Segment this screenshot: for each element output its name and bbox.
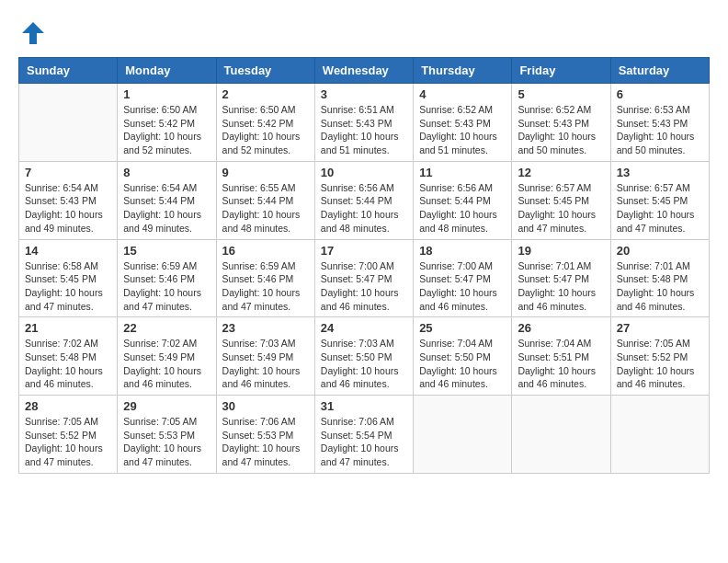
calendar-cell: 27Sunrise: 7:05 AM Sunset: 5:52 PM Dayli… [610,317,709,396]
day-info: Sunrise: 6:56 AM Sunset: 5:44 PM Dayligh… [419,181,506,236]
weekday-header-saturday: Saturday [610,58,709,84]
calendar-cell [610,396,709,474]
day-info: Sunrise: 6:54 AM Sunset: 5:43 PM Dayligh… [25,181,111,236]
day-number: 9 [222,166,309,179]
calendar-cell: 14Sunrise: 6:58 AM Sunset: 5:45 PM Dayli… [19,239,118,317]
calendar-cell: 29Sunrise: 7:05 AM Sunset: 5:53 PM Dayli… [118,396,216,474]
weekday-header-thursday: Thursday [414,58,512,84]
calendar-cell: 26Sunrise: 7:04 AM Sunset: 5:51 PM Dayli… [512,317,610,396]
day-number: 19 [518,244,604,258]
day-number: 15 [123,244,210,258]
calendar-cell: 11Sunrise: 6:56 AM Sunset: 5:44 PM Dayli… [414,161,512,239]
day-number: 28 [25,399,111,413]
day-info: Sunrise: 6:55 AM Sunset: 5:44 PM Dayligh… [222,181,309,236]
day-number: 21 [25,321,111,335]
day-number: 4 [419,87,506,101]
day-info: Sunrise: 7:00 AM Sunset: 5:47 PM Dayligh… [419,259,506,314]
day-info: Sunrise: 7:06 AM Sunset: 5:53 PM Dayligh… [222,415,309,469]
day-info: Sunrise: 7:01 AM Sunset: 5:47 PM Dayligh… [518,259,604,314]
calendar-cell: 23Sunrise: 7:03 AM Sunset: 5:49 PM Dayli… [216,317,314,396]
calendar-cell: 16Sunrise: 6:59 AM Sunset: 5:46 PM Dayli… [216,239,314,317]
day-info: Sunrise: 7:05 AM Sunset: 5:52 PM Dayligh… [617,337,703,391]
calendar-cell: 20Sunrise: 7:01 AM Sunset: 5:48 PM Dayli… [610,239,709,317]
page-header [18,18,710,48]
calendar-cell: 3Sunrise: 6:51 AM Sunset: 5:43 PM Daylig… [314,84,413,162]
calendar-table: SundayMondayTuesdayWednesdayThursdayFrid… [18,57,710,474]
day-info: Sunrise: 6:59 AM Sunset: 5:46 PM Dayligh… [123,259,210,314]
day-info: Sunrise: 6:59 AM Sunset: 5:46 PM Dayligh… [222,259,309,314]
day-info: Sunrise: 6:50 AM Sunset: 5:42 PM Dayligh… [222,103,309,157]
weekday-header-monday: Monday [118,58,216,84]
day-number: 29 [123,399,210,413]
calendar-cell [512,396,610,474]
day-number: 3 [321,87,407,101]
calendar-cell: 17Sunrise: 7:00 AM Sunset: 5:47 PM Dayli… [314,239,413,317]
day-info: Sunrise: 7:05 AM Sunset: 5:52 PM Dayligh… [25,415,111,469]
day-number: 14 [25,244,111,258]
day-info: Sunrise: 6:50 AM Sunset: 5:42 PM Dayligh… [123,103,210,157]
calendar-cell: 15Sunrise: 6:59 AM Sunset: 5:46 PM Dayli… [118,239,216,317]
svg-marker-0 [22,22,44,44]
day-info: Sunrise: 6:53 AM Sunset: 5:43 PM Dayligh… [617,103,703,157]
calendar-cell: 10Sunrise: 6:56 AM Sunset: 5:44 PM Dayli… [314,161,413,239]
calendar-cell [19,84,118,162]
calendar-week-5: 28Sunrise: 7:05 AM Sunset: 5:52 PM Dayli… [19,396,710,474]
day-number: 6 [617,87,703,101]
calendar-cell: 12Sunrise: 6:57 AM Sunset: 5:45 PM Dayli… [512,161,610,239]
calendar-week-3: 14Sunrise: 6:58 AM Sunset: 5:45 PM Dayli… [19,239,710,317]
calendar-cell: 13Sunrise: 6:57 AM Sunset: 5:45 PM Dayli… [610,161,709,239]
calendar-week-1: 1Sunrise: 6:50 AM Sunset: 5:42 PM Daylig… [19,84,710,162]
calendar-week-2: 7Sunrise: 6:54 AM Sunset: 5:43 PM Daylig… [19,161,710,239]
calendar-cell: 28Sunrise: 7:05 AM Sunset: 5:52 PM Dayli… [19,396,118,474]
weekday-header-row: SundayMondayTuesdayWednesdayThursdayFrid… [19,58,710,84]
day-info: Sunrise: 7:03 AM Sunset: 5:50 PM Dayligh… [321,337,407,391]
calendar-cell: 25Sunrise: 7:04 AM Sunset: 5:50 PM Dayli… [414,317,512,396]
day-number: 26 [518,321,604,335]
calendar-cell: 19Sunrise: 7:01 AM Sunset: 5:47 PM Dayli… [512,239,610,317]
day-info: Sunrise: 6:56 AM Sunset: 5:44 PM Dayligh… [321,181,407,236]
calendar-cell: 2Sunrise: 6:50 AM Sunset: 5:42 PM Daylig… [216,84,314,162]
day-number: 12 [518,166,604,179]
day-info: Sunrise: 6:58 AM Sunset: 5:45 PM Dayligh… [25,259,111,314]
weekday-header-tuesday: Tuesday [216,58,314,84]
day-number: 16 [222,244,309,258]
day-number: 8 [123,166,210,179]
calendar-cell: 18Sunrise: 7:00 AM Sunset: 5:47 PM Dayli… [414,239,512,317]
calendar-cell: 8Sunrise: 6:54 AM Sunset: 5:44 PM Daylig… [118,161,216,239]
day-number: 5 [518,87,604,101]
day-info: Sunrise: 6:52 AM Sunset: 5:43 PM Dayligh… [419,103,506,157]
logo-icon [18,18,48,48]
day-info: Sunrise: 7:02 AM Sunset: 5:49 PM Dayligh… [123,337,210,391]
day-info: Sunrise: 6:51 AM Sunset: 5:43 PM Dayligh… [321,103,407,157]
logo [18,18,51,48]
weekday-header-friday: Friday [512,58,610,84]
day-info: Sunrise: 7:00 AM Sunset: 5:47 PM Dayligh… [321,259,407,314]
calendar-week-4: 21Sunrise: 7:02 AM Sunset: 5:48 PM Dayli… [19,317,710,396]
day-info: Sunrise: 7:04 AM Sunset: 5:51 PM Dayligh… [518,337,604,391]
day-number: 7 [25,166,111,179]
calendar-cell: 31Sunrise: 7:06 AM Sunset: 5:54 PM Dayli… [314,396,413,474]
day-info: Sunrise: 6:52 AM Sunset: 5:43 PM Dayligh… [518,103,604,157]
day-number: 24 [321,321,407,335]
weekday-header-sunday: Sunday [19,58,118,84]
calendar-cell: 4Sunrise: 6:52 AM Sunset: 5:43 PM Daylig… [414,84,512,162]
day-number: 1 [123,87,210,101]
day-info: Sunrise: 7:06 AM Sunset: 5:54 PM Dayligh… [321,415,407,469]
day-number: 25 [419,321,506,335]
day-number: 2 [222,87,309,101]
day-number: 13 [617,166,703,179]
day-number: 23 [222,321,309,335]
day-info: Sunrise: 7:05 AM Sunset: 5:53 PM Dayligh… [123,415,210,469]
day-info: Sunrise: 7:03 AM Sunset: 5:49 PM Dayligh… [222,337,309,391]
day-number: 30 [222,399,309,413]
day-number: 18 [419,244,506,258]
day-info: Sunrise: 7:02 AM Sunset: 5:48 PM Dayligh… [25,337,111,391]
day-info: Sunrise: 7:04 AM Sunset: 5:50 PM Dayligh… [419,337,506,391]
day-number: 27 [617,321,703,335]
day-info: Sunrise: 6:57 AM Sunset: 5:45 PM Dayligh… [617,181,703,236]
calendar-cell: 9Sunrise: 6:55 AM Sunset: 5:44 PM Daylig… [216,161,314,239]
calendar-cell: 24Sunrise: 7:03 AM Sunset: 5:50 PM Dayli… [314,317,413,396]
calendar-cell [414,396,512,474]
calendar-cell: 22Sunrise: 7:02 AM Sunset: 5:49 PM Dayli… [118,317,216,396]
calendar-cell: 6Sunrise: 6:53 AM Sunset: 5:43 PM Daylig… [610,84,709,162]
